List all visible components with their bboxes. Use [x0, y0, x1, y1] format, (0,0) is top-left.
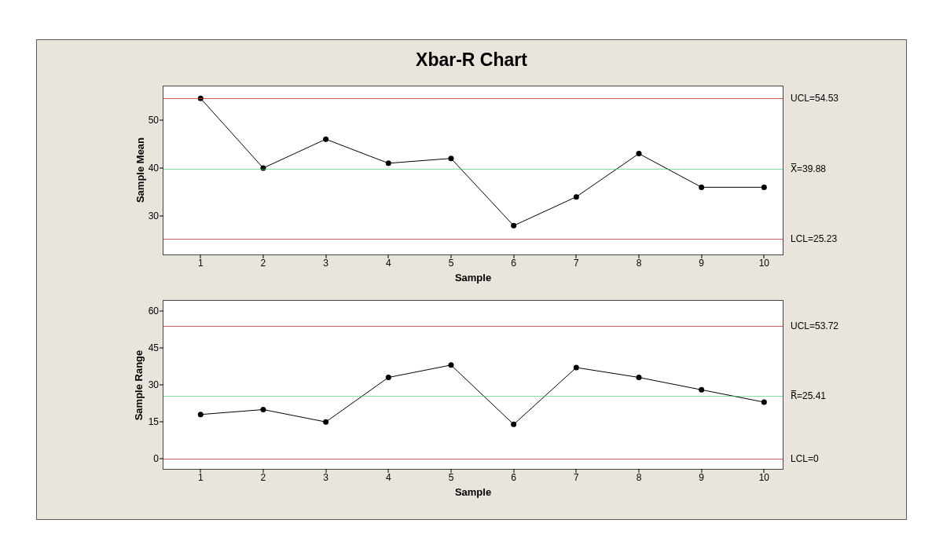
ref-line-label: X̅=39.88 — [783, 163, 826, 174]
ref-line-label: LCL=25.23 — [783, 233, 837, 244]
x-tick-label: 3 — [314, 469, 338, 483]
svg-point-5 — [511, 223, 516, 229]
x-tick-label: 2 — [251, 254, 275, 269]
chart-title: Xbar-R Chart — [37, 49, 906, 71]
svg-point-6 — [574, 194, 579, 199]
x-tick-label: 7 — [564, 469, 588, 483]
x-tick-label: 10 — [752, 469, 776, 483]
ref-line — [163, 396, 783, 397]
x-tick-label: 6 — [502, 469, 526, 483]
ref-line — [163, 169, 783, 170]
x-tick-label: 5 — [439, 469, 463, 483]
y-tick-label: 0 — [127, 453, 163, 464]
xbar-x-axis-label: Sample — [163, 272, 783, 284]
x-tick-label: 1 — [189, 469, 212, 483]
svg-point-13 — [386, 375, 391, 380]
xbar-y-axis-label: Sample Mean — [134, 137, 146, 203]
x-tick-label: 5 — [439, 254, 463, 269]
x-tick-label: 3 — [314, 254, 338, 269]
y-tick-label: 30 — [127, 210, 163, 221]
svg-point-11 — [260, 407, 266, 412]
svg-point-18 — [699, 387, 704, 393]
x-tick-label: 6 — [502, 254, 526, 269]
svg-point-15 — [511, 422, 516, 427]
r-x-axis-label: Sample — [163, 486, 783, 498]
x-tick-label: 4 — [376, 469, 400, 483]
ref-line-label: R̅=25.41 — [783, 390, 826, 401]
svg-point-9 — [761, 185, 767, 190]
ref-line — [163, 239, 783, 240]
svg-point-10 — [198, 412, 204, 417]
x-tick-label: 9 — [690, 254, 714, 269]
ref-line-label: UCL=53.72 — [783, 320, 838, 331]
svg-point-16 — [574, 364, 579, 370]
x-tick-label: 8 — [627, 254, 651, 269]
ref-line — [163, 98, 783, 99]
x-tick-label: 9 — [690, 469, 714, 483]
y-tick-label: 50 — [127, 115, 163, 126]
x-tick-label: 2 — [251, 469, 275, 483]
r-chart: 01530456012345678910UCL=53.72R̅=25.41LCL… — [163, 300, 783, 470]
svg-point-7 — [637, 151, 642, 156]
xbar-series — [163, 86, 783, 254]
ref-line — [163, 459, 783, 459]
svg-point-4 — [448, 156, 453, 161]
x-tick-label: 10 — [752, 254, 776, 269]
xbar-chart: 30405012345678910UCL=54.53X̅=39.88LCL=25… — [163, 86, 783, 255]
x-tick-label: 8 — [627, 469, 651, 483]
ref-line-label: LCL=0 — [783, 453, 819, 464]
r-y-axis-label: Sample Range — [133, 350, 145, 421]
x-tick-label: 4 — [376, 254, 400, 269]
svg-point-19 — [761, 400, 767, 405]
svg-point-12 — [323, 419, 328, 425]
ref-line — [163, 326, 783, 327]
svg-point-3 — [386, 160, 391, 166]
svg-point-2 — [323, 137, 328, 142]
chart-panel: Xbar-R Chart 30405012345678910UCL=54.53X… — [36, 39, 907, 520]
svg-point-17 — [637, 375, 642, 380]
x-tick-label: 1 — [189, 254, 212, 269]
svg-point-8 — [699, 185, 704, 190]
ref-line-label: UCL=54.53 — [783, 93, 838, 104]
svg-point-14 — [448, 362, 453, 368]
y-tick-label: 60 — [127, 306, 163, 317]
x-tick-label: 7 — [564, 254, 588, 269]
